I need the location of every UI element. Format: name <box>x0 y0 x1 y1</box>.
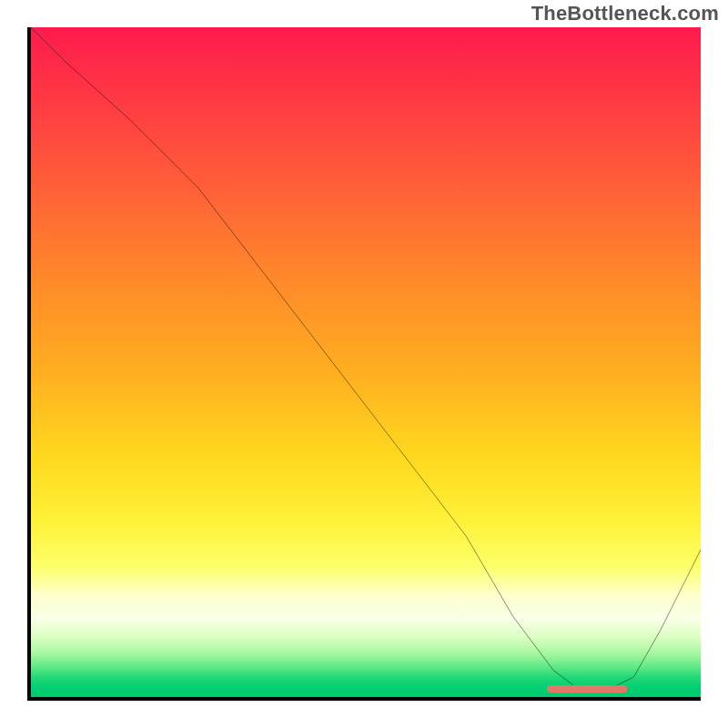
optimum-marker <box>547 685 627 693</box>
bottleneck-curve <box>31 27 701 697</box>
plot-area <box>27 27 701 701</box>
chart-stage: TheBottleneck.com <box>0 0 728 728</box>
watermark-text: TheBottleneck.com <box>531 2 719 25</box>
